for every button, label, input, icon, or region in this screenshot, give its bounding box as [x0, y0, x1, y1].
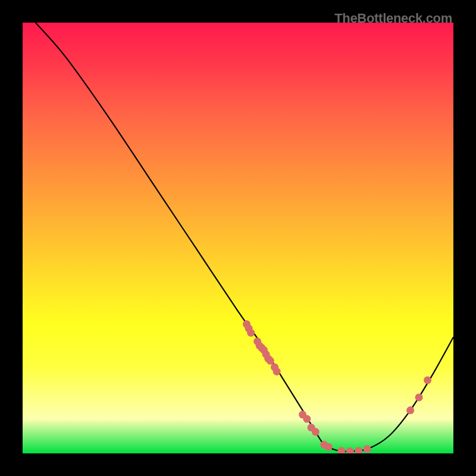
- data-point: [346, 447, 354, 453]
- data-point: [273, 368, 281, 375]
- data-point: [364, 445, 371, 453]
- data-point: [337, 447, 345, 453]
- data-markers: [243, 320, 431, 453]
- chart-container: TheBottleneck.com: [0, 0, 476, 476]
- data-point: [406, 406, 414, 414]
- bottleneck-curve: [36, 23, 453, 452]
- plot-area: [23, 23, 453, 453]
- data-point: [247, 329, 255, 337]
- data-point: [267, 357, 274, 365]
- data-point: [355, 447, 362, 453]
- curve-svg: [23, 23, 453, 453]
- data-point: [312, 428, 320, 436]
- data-point: [303, 415, 311, 423]
- data-point: [415, 393, 423, 401]
- data-point: [424, 376, 431, 384]
- data-point: [325, 443, 333, 451]
